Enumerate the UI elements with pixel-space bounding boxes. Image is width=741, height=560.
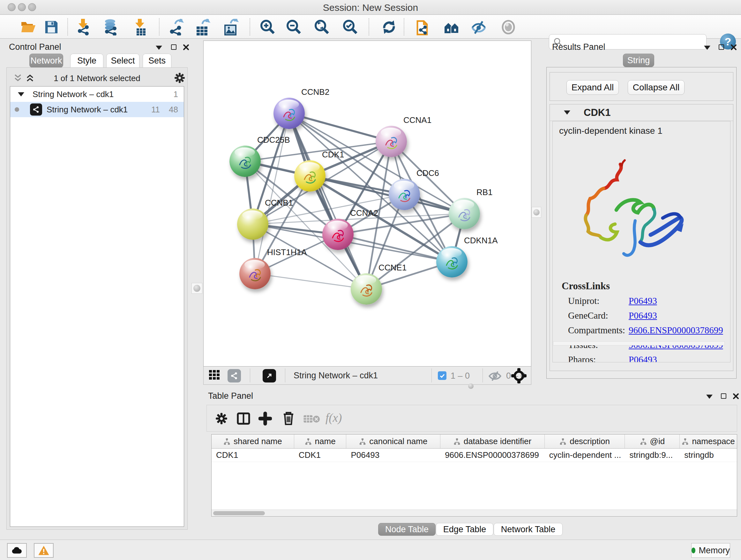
cloud-button[interactable] [7, 543, 27, 558]
string-view-icon[interactable] [227, 369, 241, 382]
network-edge[interactable] [255, 273, 366, 289]
export-table-button[interactable] [194, 19, 211, 36]
node-label-ccna1: CCNA1 [403, 115, 431, 125]
tab-network[interactable]: Network [29, 54, 63, 68]
export-image-button[interactable] [223, 19, 239, 36]
control-panel-float-icon[interactable] [171, 44, 177, 50]
control-panel-close-icon[interactable] [183, 44, 190, 51]
save-session-button[interactable] [43, 19, 60, 36]
crosslink-label: Pharos: [568, 354, 596, 362]
table-horizontal-scrollbar[interactable] [212, 509, 737, 516]
column-header[interactable]: namespace [680, 435, 737, 448]
table-panel-close-icon[interactable] [732, 393, 739, 400]
tab-style[interactable]: Style [70, 54, 104, 68]
column-header[interactable]: shared name [212, 435, 294, 448]
tab-string[interactable]: String [623, 54, 654, 67]
network-options-gear-icon[interactable] [174, 72, 185, 84]
fit-content-crosshair-icon[interactable] [511, 368, 527, 384]
network-row[interactable]: String Network – cdk1 11 48 [10, 102, 184, 117]
show-all-eye-icon [501, 19, 516, 35]
results-panel-close-icon[interactable] [730, 44, 737, 51]
toolbar-separator [159, 18, 159, 36]
column-header[interactable]: name [294, 435, 347, 448]
network-collection-row[interactable]: String Network – cdk1 1 [10, 86, 184, 102]
horizontal-splitter[interactable] [203, 385, 741, 388]
crosslink-value[interactable]: P06493 [629, 296, 657, 306]
tab-node-table-label: Node Table [385, 524, 428, 535]
toolbar-separator [404, 18, 404, 36]
grid-view-icon[interactable] [209, 370, 220, 381]
open-session-button[interactable] [20, 19, 37, 36]
show-columns-icon[interactable] [237, 412, 250, 425]
crosslink-value[interactable]: 9606.ENSP00000378699 [629, 325, 723, 335]
zoom-fit-button[interactable] [314, 19, 330, 36]
cdk1-section-header[interactable]: CDK1 [550, 105, 733, 121]
network-node-ccne1[interactable] [351, 273, 382, 305]
left-splitter-handle[interactable] [192, 283, 202, 294]
network-node-cdk1[interactable] [294, 160, 326, 192]
column-header[interactable]: description [545, 435, 625, 448]
network-node-ccna2[interactable] [322, 219, 354, 250]
add-column-plus-icon[interactable] [259, 412, 272, 426]
zoom-out-button[interactable] [286, 19, 302, 36]
table-toolbar: f(x) [206, 405, 737, 432]
tab-network-label: Network [30, 56, 62, 66]
results-scrollbar[interactable] [553, 341, 725, 346]
new-network-from-selection-button[interactable] [415, 19, 432, 36]
cell-description: cyclin-dependent ... [545, 449, 625, 462]
network-node-ccnb2[interactable] [273, 98, 305, 129]
network-node-ccnb1[interactable] [237, 208, 268, 240]
crosslink-value[interactable]: P06493 [629, 354, 657, 362]
network-node-hist1h1a[interactable] [239, 258, 271, 289]
results-panel-float-icon[interactable] [719, 44, 724, 50]
selected-counts: 1 – 0 [451, 371, 470, 381]
network-node-cdkn1a[interactable] [436, 246, 468, 277]
network-edges [204, 41, 531, 366]
crosslink-value[interactable]: P06493 [629, 310, 657, 321]
network-node-cdc6[interactable] [389, 179, 420, 210]
warnings-button[interactable] [34, 543, 54, 558]
import-network-file-button[interactable] [75, 19, 91, 36]
tab-node-table[interactable]: Node Table [378, 523, 435, 536]
network-node-ccna1[interactable] [376, 126, 407, 157]
network-node-rb1[interactable] [449, 198, 480, 229]
selected-nodes-checkbox[interactable] [438, 371, 447, 380]
table-panel-menu-icon[interactable] [706, 395, 713, 399]
collapse-all-button[interactable]: Collapse All [628, 80, 684, 95]
open-in-window-icon[interactable] [263, 369, 276, 382]
table-settings-gear-icon[interactable] [215, 412, 228, 425]
statusbar-separator [482, 368, 483, 382]
column-header[interactable]: @id [625, 435, 680, 448]
table-panel-float-icon[interactable] [721, 393, 726, 399]
column-header[interactable]: database identifier [441, 435, 545, 448]
show-all-button[interactable] [500, 19, 517, 36]
hide-selection-button[interactable] [470, 19, 487, 36]
control-panel-menu-icon[interactable] [156, 46, 162, 50]
column-header[interactable]: canonical name [346, 435, 441, 448]
export-network-button[interactable] [169, 19, 185, 36]
memory-button[interactable]: Memory [691, 543, 730, 558]
hidden-eye-icon[interactable] [488, 370, 502, 382]
tab-network-table[interactable]: Network Table [494, 523, 562, 536]
zoom-in-button[interactable] [259, 19, 276, 36]
table-row[interactable]: CDK1 CDK1 P06493 9606.ENSP00000378699 cy… [212, 449, 737, 462]
tab-sets[interactable]: Sets [143, 54, 172, 68]
cdk1-expander-icon[interactable] [564, 111, 570, 115]
tab-select[interactable]: Select [106, 54, 139, 68]
import-table-button[interactable] [132, 19, 148, 36]
refresh-button[interactable] [381, 19, 397, 36]
first-neighbors-button[interactable] [443, 19, 460, 36]
delete-column-trash-icon[interactable] [282, 411, 295, 426]
expand-all-button[interactable]: Expand All [566, 80, 619, 95]
zoom-selected-button[interactable] [342, 19, 359, 36]
node-structure-thumbnail [245, 264, 265, 284]
node-label-hist1h1a: HIST1H1A [267, 247, 307, 257]
network-node-cdc25b[interactable] [229, 145, 261, 177]
collection-expander-icon[interactable] [18, 92, 24, 97]
tab-edge-table[interactable]: Edge Table [436, 523, 493, 536]
right-splitter-handle[interactable] [532, 207, 541, 218]
results-panel-menu-icon[interactable] [704, 46, 711, 50]
scrollbar-thumb[interactable] [213, 511, 265, 515]
network-canvas[interactable]: CCNB2CCNA1CDC25BCDK1CDC6RB1CCNB1CCNA2CDK… [203, 41, 531, 367]
import-network-database-button[interactable] [102, 19, 119, 36]
